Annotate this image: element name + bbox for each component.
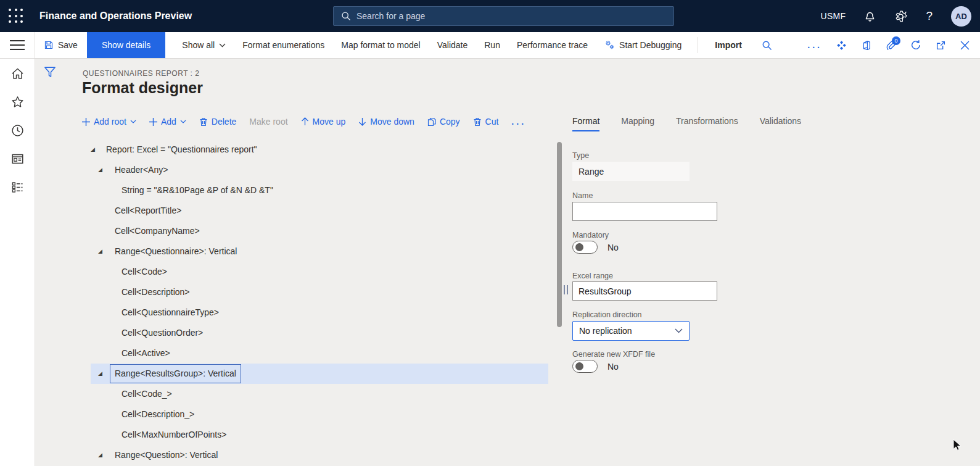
open-in-office-icon[interactable] — [861, 40, 871, 51]
tree-node-label: Report: Excel = "Questionnaires report" — [106, 139, 257, 160]
recent-clock-icon[interactable] — [10, 123, 25, 138]
move-down-button[interactable]: Move down — [358, 117, 414, 127]
views-icon[interactable] — [836, 40, 847, 51]
tree-node-label: Cell<CompanyName> — [115, 221, 200, 241]
tree-expander-icon[interactable]: ◢ — [98, 241, 102, 262]
excel-range-input[interactable] — [572, 281, 717, 301]
start-debugging-button[interactable]: Start Debugging — [604, 40, 681, 50]
avatar[interactable]: AD — [951, 6, 971, 27]
add-button[interactable]: Add — [149, 117, 186, 127]
tab-transformations[interactable]: Transformations — [676, 116, 738, 131]
home-icon[interactable] — [10, 67, 25, 81]
chevron-down-icon — [219, 43, 226, 48]
tree-node-label: Cell<QuestionnaireType> — [121, 302, 219, 323]
tree-row[interactable]: Cell<Description_> — [82, 404, 548, 425]
tree-node-label: Header<Any> — [115, 160, 168, 180]
company-selector[interactable]: USMF — [821, 11, 846, 21]
tree-more-button[interactable]: ... — [511, 117, 526, 127]
tab-mapping[interactable]: Mapping — [621, 116, 654, 131]
attachments-button[interactable]: 0 — [886, 40, 896, 51]
main-content: QUESTIONNAIRES REPORT : 2 Format designe… — [35, 59, 980, 466]
show-all-button[interactable]: Show all — [182, 40, 226, 50]
more-commands-button[interactable]: ... — [807, 40, 822, 50]
tree-row[interactable]: ◢Header<Any> — [82, 160, 548, 180]
search-icon — [341, 11, 351, 21]
tree-scrollbar[interactable] — [557, 142, 562, 327]
save-button[interactable]: Save — [44, 40, 78, 50]
tree-node-label: Cell<MaxNumberOfPoints> — [121, 425, 226, 445]
tree-toolbar: Add root Add Delete Make root Move up Mo… — [82, 113, 526, 130]
divider — [698, 37, 698, 53]
chevron-down-icon — [675, 328, 683, 333]
global-search-box[interactable]: Search for a page — [333, 6, 674, 26]
mandatory-toggle[interactable] — [572, 241, 598, 254]
tree-row[interactable]: Cell<Code> — [82, 262, 548, 282]
validate-button[interactable]: Validate — [437, 40, 468, 50]
delete-button[interactable]: Delete — [199, 117, 236, 127]
tab-validations[interactable]: Validations — [760, 116, 801, 131]
tree-row[interactable]: Cell<MaxNumberOfPoints> — [82, 425, 548, 445]
tree-node-label: Cell<Description> — [121, 282, 190, 302]
make-root-button[interactable]: Make root — [249, 117, 287, 127]
tree-row[interactable]: Cell<Code_> — [82, 384, 548, 404]
tree-expander-icon[interactable]: ◢ — [98, 445, 102, 465]
tree-row[interactable]: Cell<Active> — [82, 343, 548, 364]
modules-list-icon[interactable] — [10, 180, 25, 194]
format-enumerations-button[interactable]: Format enumerations — [242, 40, 324, 50]
close-icon[interactable] — [960, 41, 970, 50]
tree-node-label: Range<Question>: Vertical — [115, 445, 218, 465]
tree-row[interactable]: ◢Range<Questionnaire>: Vertical — [82, 241, 548, 262]
action-bar: Save Show details Show all Format enumer… — [0, 32, 980, 59]
help-icon[interactable]: ? — [926, 9, 933, 23]
tree-row[interactable]: String = "&R&10Page &P of &N &D &T" — [82, 180, 548, 201]
nav-menu-cell[interactable] — [0, 32, 35, 58]
move-up-button[interactable]: Move up — [301, 117, 346, 127]
tree-row[interactable]: Cell<QuestionOrder> — [82, 323, 548, 343]
details-panel: FormatMappingTransformationsValidations … — [572, 116, 856, 131]
settings-gear-icon[interactable] — [894, 10, 907, 23]
tree-expander-icon[interactable]: ◢ — [98, 364, 102, 384]
mandatory-value: No — [607, 243, 619, 252]
tree-row[interactable]: ◢Range<Question>: Vertical — [82, 445, 548, 465]
workspaces-icon[interactable] — [10, 152, 25, 166]
tree-row[interactable]: ◢Range<ResultsGroup>: Vertical — [82, 364, 548, 384]
tree-row[interactable]: Cell<QuestionnaireType> — [82, 302, 548, 323]
top-bar: Finance and Operations Preview Search fo… — [0, 0, 980, 32]
import-button[interactable]: Import — [715, 40, 742, 50]
copy-button[interactable]: Copy — [427, 117, 460, 127]
show-details-button[interactable]: Show details — [87, 32, 165, 58]
refresh-icon[interactable] — [910, 40, 921, 51]
tree-row[interactable]: Cell<CompanyName> — [82, 221, 548, 241]
debug-gears-icon — [604, 40, 615, 50]
pane-splitter-handle[interactable] — [564, 285, 568, 294]
tree-node-label: String = "&R&10Page &P of &N &D &T" — [121, 180, 273, 201]
tree-row[interactable]: ◢Report: Excel = "Questionnaires report" — [82, 139, 548, 160]
tree-row[interactable]: Cell<Description> — [82, 282, 548, 302]
replication-direction-dropdown[interactable]: No replication — [572, 321, 690, 341]
notifications-bell-icon[interactable] — [864, 10, 876, 22]
copy-icon — [427, 117, 436, 127]
plus-icon — [82, 118, 90, 126]
add-root-button[interactable]: Add root — [82, 117, 136, 127]
tab-format[interactable]: Format — [572, 116, 599, 131]
attachments-badge: 0 — [892, 36, 900, 45]
tree-node-label: Range<Questionnaire>: Vertical — [115, 241, 237, 262]
map-format-to-model-button[interactable]: Map format to model — [341, 40, 420, 50]
search-placeholder: Search for a page — [356, 11, 425, 21]
xfdf-toggle[interactable] — [572, 360, 598, 373]
app-launcher-icon[interactable] — [9, 9, 24, 24]
save-icon — [44, 40, 54, 50]
performance-trace-button[interactable]: Performance trace — [517, 40, 588, 50]
tree-row[interactable]: Cell<ReportTitle> — [82, 201, 548, 221]
favorites-star-icon[interactable] — [10, 95, 25, 109]
tree-expander-icon[interactable]: ◢ — [98, 160, 102, 180]
name-input[interactable] — [572, 202, 717, 221]
open-in-new-window-icon[interactable] — [936, 40, 946, 51]
tree-expander-icon[interactable]: ◢ — [91, 139, 95, 160]
mandatory-toggle-row: No — [572, 241, 619, 254]
actionbar-search-icon[interactable] — [762, 40, 772, 51]
run-button[interactable]: Run — [484, 40, 500, 50]
replication-direction-label: Replication direction — [572, 310, 642, 319]
cut-button[interactable]: Cut — [473, 117, 499, 127]
filter-funnel-icon[interactable] — [43, 65, 57, 79]
